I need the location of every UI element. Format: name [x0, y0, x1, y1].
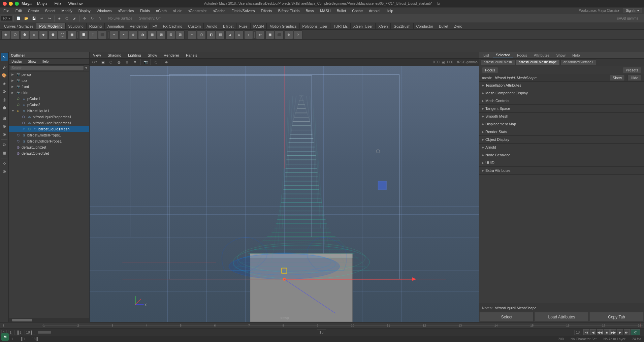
shelf-tab-animation[interactable]: Animation: [105, 23, 127, 29]
frame-num-4[interactable]: 18 ▌: [25, 330, 35, 335]
tool-9[interactable]: ⊗: [1, 131, 8, 138]
tree-item-bifrost-emitter-props1[interactable]: ⬡ ◎ bifrostEmitterProps1: [9, 132, 89, 138]
select-button[interactable]: Select: [480, 312, 534, 322]
focus-button[interactable]: Focus: [482, 67, 498, 73]
frame-num-3[interactable]: ▐ 1: [14, 330, 23, 335]
load-attributes-button[interactable]: Load Attributes: [535, 312, 588, 322]
shelf-tab-conductor[interactable]: Conductor: [414, 23, 437, 29]
menu-nconstraint[interactable]: nConstraint: [186, 8, 208, 13]
shelf-icon-26[interactable]: ⬦: [244, 30, 253, 39]
menu-arnold[interactable]: Arnold: [367, 8, 381, 13]
menu-cache[interactable]: Cache: [351, 8, 364, 13]
shelf-icon-3[interactable]: ⬢: [20, 30, 29, 39]
shelf-tab-fuze[interactable]: Fuze: [236, 23, 250, 29]
tool-5[interactable]: ◎: [1, 96, 8, 103]
hide-button[interactable]: Hide: [627, 75, 641, 81]
shelf-tab-bifrost[interactable]: Bifrost: [220, 23, 236, 29]
menu-create[interactable]: Create: [27, 8, 40, 13]
shelf-icon-14[interactable]: ⊕: [129, 30, 137, 39]
stop-button[interactable]: ■: [604, 329, 610, 335]
tree-item-pcube1[interactable]: ⬡ ⬡ pCube1: [9, 96, 89, 102]
shelf-icon-24[interactable]: ⊿: [225, 30, 234, 39]
attr-section-uuid-header[interactable]: ▶ UUID: [479, 159, 644, 166]
menu-window[interactable]: Window: [67, 1, 84, 7]
attr-section-extra-header[interactable]: ▶ Extra Attributes: [479, 167, 644, 174]
shelf-tab-arnold[interactable]: Arnold: [204, 23, 220, 29]
new-scene-button[interactable]: 📄: [15, 15, 22, 22]
paint-tool-icon[interactable]: 🎨: [1, 72, 8, 79]
show-button[interactable]: Show: [610, 75, 625, 81]
undo-button[interactable]: ↩: [38, 15, 45, 22]
attr-tab-show[interactable]: Show: [553, 53, 568, 58]
shelf-icon-18[interactable]: ⊟: [166, 30, 175, 39]
search-expand-icon[interactable]: ▼: [85, 66, 88, 70]
menu-modify[interactable]: Modify: [60, 8, 73, 13]
attr-section-arnold-header[interactable]: ▶ Arnold: [479, 144, 644, 151]
menu-edit[interactable]: Edit: [14, 8, 23, 13]
step-back-button[interactable]: ◀: [590, 329, 596, 335]
shelf-tab-fx-caching[interactable]: FX Caching: [160, 23, 185, 29]
shelf-icon-12[interactable]: ⌖: [110, 30, 119, 39]
menu-boss[interactable]: Boss: [304, 8, 315, 13]
tree-item-bifrost-guide-props1[interactable]: ⬡ ◎ bifrostGuideProperties1: [9, 120, 89, 126]
vp-tool-3[interactable]: ⬡: [107, 59, 115, 66]
shelf-tab-mash[interactable]: MASH: [251, 23, 267, 29]
tool-8[interactable]: ⊕: [1, 123, 8, 130]
tree-item-default-light-set[interactable]: ◎ defaultLightSet: [9, 144, 89, 150]
menu-ncloth[interactable]: nCloth: [155, 8, 168, 13]
tool-11[interactable]: ▦: [1, 149, 8, 157]
vp-menu-renderer[interactable]: Renderer: [162, 53, 181, 58]
tree-item-persp[interactable]: ▶ 📷 persp: [9, 71, 89, 77]
shelf-tab-xgen[interactable]: XGen: [376, 23, 391, 29]
outliner-search-input[interactable]: [10, 65, 84, 71]
shelf-tab-turtle[interactable]: TURTLE: [330, 23, 351, 29]
move-tool[interactable]: ✛: [81, 15, 88, 22]
open-button[interactable]: 📂: [23, 15, 30, 22]
skip-to-start-button[interactable]: ⏮: [583, 329, 589, 335]
menu-bifrost-fluids[interactable]: Bifrost Fluids: [277, 8, 301, 13]
menu-maya[interactable]: Maya: [36, 1, 48, 7]
shelf-tab-custom[interactable]: Custom: [185, 23, 204, 29]
paint-select-tool[interactable]: 🖌: [71, 15, 78, 22]
menu-fields-solvers[interactable]: Fields/Solvers: [230, 8, 256, 13]
tree-item-side[interactable]: ▶ 📷 side: [9, 90, 89, 96]
outliner-help-menu[interactable]: Help: [40, 59, 50, 64]
tree-item-front[interactable]: ▶ 📷 front: [9, 84, 89, 90]
attr-section-tangent-header[interactable]: ▶ Tangent Space: [479, 105, 644, 112]
tree-item-bifrost-collider-props1[interactable]: ⬡ ◎ bifrostColliderProps1: [9, 138, 89, 144]
vp-tool-2[interactable]: ▣: [99, 59, 106, 66]
node-tab-bifrost-liquid1-mesh[interactable]: bifrostLiquid1Mesh: [481, 59, 515, 65]
vp-menu-panels[interactable]: Panels: [185, 53, 199, 58]
shelf-icon-29[interactable]: ⬛: [275, 30, 284, 39]
attr-section-mesh-component-header[interactable]: ▶ Mesh Component Display: [479, 89, 644, 97]
vp-menu-lighting[interactable]: Lighting: [127, 53, 142, 58]
vp-tool-camera[interactable]: 📷: [142, 59, 149, 66]
viewport-canvas[interactable]: X persp: [90, 66, 479, 322]
shelf-tab-fx[interactable]: FX: [150, 23, 160, 29]
copy-tab-button[interactable]: Copy Tab: [590, 312, 643, 322]
minimize-button[interactable]: [9, 2, 13, 6]
tool-3[interactable]: ◈: [1, 80, 8, 87]
shelf-tab-rigging[interactable]: Rigging: [87, 23, 105, 29]
vp-tool-pivot[interactable]: ⊕: [163, 59, 170, 66]
vp-iso-select[interactable]: ⬡: [152, 59, 160, 66]
shelf-icon-22[interactable]: ◧: [206, 30, 215, 39]
shelf-icon-6[interactable]: ⬟: [49, 30, 57, 39]
attr-section-displacement-header[interactable]: ▶ Displacement Map: [479, 120, 644, 128]
attr-section-object-display-header[interactable]: ▶ Object Display: [479, 136, 644, 143]
shelf-icon-25[interactable]: ⧈: [235, 30, 244, 39]
shelf-icon-8[interactable]: ▣: [67, 30, 76, 39]
presets-button[interactable]: Presets: [623, 67, 641, 73]
shelf-icon-9[interactable]: 🔲: [79, 30, 88, 39]
menu-effects[interactable]: Effects: [259, 8, 273, 13]
vp-menu-show[interactable]: Show: [147, 53, 159, 58]
select-tool-icon[interactable]: ↖: [1, 53, 8, 61]
skip-to-end-button[interactable]: ⏭: [624, 329, 630, 335]
shelf-icon-1[interactable]: ◉: [1, 30, 10, 39]
shelf-icon-21[interactable]: ⬡: [197, 30, 206, 39]
shelf-icon-4[interactable]: ◈: [30, 30, 38, 39]
play-forward-button[interactable]: ▶▶: [610, 329, 616, 335]
shelf-icon-11[interactable]: ⬛: [98, 30, 107, 39]
menu-mash[interactable]: MASH: [319, 8, 332, 13]
shelf-icon-23[interactable]: ▤: [216, 30, 225, 39]
